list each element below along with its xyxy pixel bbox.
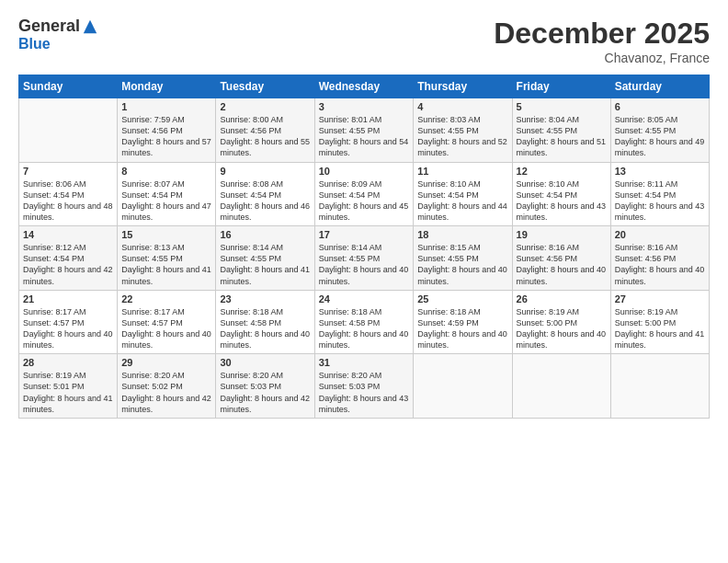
page: General Blue December 2025 Chavanoz, Fra… [0, 0, 728, 563]
day-info: Sunrise: 8:17 AMSunset: 4:57 PMDaylight:… [23, 306, 113, 351]
day-info: Sunrise: 8:09 AMSunset: 4:54 PMDaylight:… [319, 178, 410, 224]
day-number: 5 [517, 101, 607, 112]
day-info: Sunrise: 8:18 AMSunset: 4:58 PMDaylight:… [220, 306, 310, 351]
day-info: Sunrise: 8:16 AMSunset: 4:56 PMDaylight:… [615, 242, 705, 287]
table-row: 28Sunrise: 8:19 AMSunset: 5:01 PMDayligh… [19, 354, 118, 419]
day-info: Sunrise: 8:18 AMSunset: 4:59 PMDaylight:… [417, 306, 507, 351]
table-row: 8Sunrise: 8:07 AMSunset: 4:54 PMDaylight… [118, 162, 216, 226]
day-number: 11 [417, 166, 507, 177]
day-info: Sunrise: 8:06 AMSunset: 4:54 PMDaylight:… [23, 178, 113, 224]
col-saturday: Saturday [610, 75, 709, 98]
table-row: 24Sunrise: 8:18 AMSunset: 4:58 PMDayligh… [314, 290, 414, 354]
table-row: 3Sunrise: 8:01 AMSunset: 4:55 PMDaylight… [314, 98, 414, 163]
day-number: 9 [220, 166, 310, 177]
table-row [512, 354, 610, 419]
day-number: 23 [220, 293, 310, 304]
header: General Blue December 2025 Chavanoz, Fra… [18, 17, 710, 65]
logo: General Blue [18, 17, 98, 52]
calendar-week-row: 7Sunrise: 8:06 AMSunset: 4:54 PMDaylight… [19, 162, 710, 226]
location-text: Chavanoz, France [494, 51, 710, 65]
day-info: Sunrise: 8:20 AMSunset: 5:03 PMDaylight:… [220, 370, 310, 415]
day-info: Sunrise: 8:15 AMSunset: 4:55 PMDaylight:… [417, 242, 507, 287]
table-row: 31Sunrise: 8:20 AMSunset: 5:03 PMDayligh… [314, 354, 414, 419]
table-row: 9Sunrise: 8:08 AMSunset: 4:54 PMDaylight… [216, 162, 314, 226]
table-row: 4Sunrise: 8:03 AMSunset: 4:55 PMDaylight… [414, 98, 512, 163]
table-row: 1Sunrise: 7:59 AMSunset: 4:56 PMDaylight… [118, 98, 216, 163]
table-row: 19Sunrise: 8:16 AMSunset: 4:56 PMDayligh… [512, 226, 610, 291]
day-number: 29 [121, 357, 211, 368]
table-row: 23Sunrise: 8:18 AMSunset: 4:58 PMDayligh… [216, 290, 314, 354]
calendar-week-row: 1Sunrise: 7:59 AMSunset: 4:56 PMDaylight… [19, 98, 710, 163]
table-row: 12Sunrise: 8:10 AMSunset: 4:54 PMDayligh… [512, 162, 610, 226]
month-title: December 2025 [494, 17, 710, 51]
day-number: 17 [319, 229, 410, 240]
day-info: Sunrise: 8:13 AMSunset: 4:55 PMDaylight:… [121, 242, 211, 287]
title-block: December 2025 Chavanoz, France [494, 17, 710, 65]
day-info: Sunrise: 8:19 AMSunset: 5:00 PMDaylight:… [517, 306, 607, 351]
day-number: 12 [517, 166, 607, 177]
day-number: 20 [615, 229, 705, 240]
table-row: 13Sunrise: 8:11 AMSunset: 4:54 PMDayligh… [610, 162, 709, 226]
day-number: 16 [220, 229, 310, 240]
day-info: Sunrise: 8:11 AMSunset: 4:54 PMDaylight:… [615, 178, 705, 224]
day-number: 8 [121, 166, 211, 177]
day-number: 18 [417, 229, 507, 240]
col-wednesday: Wednesday [314, 75, 414, 98]
day-number: 7 [23, 166, 113, 177]
table-row: 26Sunrise: 8:19 AMSunset: 5:00 PMDayligh… [512, 290, 610, 354]
day-info: Sunrise: 7:59 AMSunset: 4:56 PMDaylight:… [121, 114, 211, 159]
col-sunday: Sunday [19, 75, 118, 98]
col-thursday: Thursday [414, 75, 512, 98]
day-number: 30 [220, 357, 310, 368]
calendar-week-row: 14Sunrise: 8:12 AMSunset: 4:54 PMDayligh… [19, 226, 710, 291]
day-number: 2 [220, 101, 310, 112]
day-info: Sunrise: 8:17 AMSunset: 4:57 PMDaylight:… [121, 306, 211, 351]
col-tuesday: Tuesday [216, 75, 314, 98]
day-info: Sunrise: 8:07 AMSunset: 4:54 PMDaylight:… [121, 178, 211, 224]
calendar-table: Sunday Monday Tuesday Wednesday Thursday… [18, 75, 710, 419]
table-row: 10Sunrise: 8:09 AMSunset: 4:54 PMDayligh… [314, 162, 414, 226]
day-info: Sunrise: 8:05 AMSunset: 4:55 PMDaylight:… [615, 114, 705, 159]
table-row: 7Sunrise: 8:06 AMSunset: 4:54 PMDaylight… [19, 162, 118, 226]
table-row: 5Sunrise: 8:04 AMSunset: 4:55 PMDaylight… [512, 98, 610, 163]
table-row: 21Sunrise: 8:17 AMSunset: 4:57 PMDayligh… [19, 290, 118, 354]
table-row: 29Sunrise: 8:20 AMSunset: 5:02 PMDayligh… [118, 354, 216, 419]
calendar-week-row: 21Sunrise: 8:17 AMSunset: 4:57 PMDayligh… [19, 290, 710, 354]
table-row: 6Sunrise: 8:05 AMSunset: 4:55 PMDaylight… [610, 98, 709, 163]
day-info: Sunrise: 8:18 AMSunset: 4:58 PMDaylight:… [319, 306, 410, 351]
day-number: 3 [319, 101, 410, 112]
table-row: 25Sunrise: 8:18 AMSunset: 4:59 PMDayligh… [414, 290, 512, 354]
logo-triangle-icon [82, 18, 98, 35]
day-number: 15 [121, 229, 211, 240]
day-info: Sunrise: 8:10 AMSunset: 4:54 PMDaylight:… [417, 178, 507, 224]
logo-blue-text: Blue [18, 36, 51, 52]
table-row: 2Sunrise: 8:00 AMSunset: 4:56 PMDaylight… [216, 98, 314, 163]
day-info: Sunrise: 8:14 AMSunset: 4:55 PMDaylight:… [220, 242, 310, 287]
day-info: Sunrise: 8:01 AMSunset: 4:55 PMDaylight:… [319, 114, 410, 159]
logo-general-text: General [18, 17, 80, 36]
table-row: 14Sunrise: 8:12 AMSunset: 4:54 PMDayligh… [19, 226, 118, 291]
day-number: 22 [121, 293, 211, 304]
calendar-week-row: 28Sunrise: 8:19 AMSunset: 5:01 PMDayligh… [19, 354, 710, 419]
table-row [19, 98, 118, 163]
table-row: 20Sunrise: 8:16 AMSunset: 4:56 PMDayligh… [610, 226, 709, 291]
day-number: 24 [319, 293, 410, 304]
day-number: 27 [615, 293, 705, 304]
day-number: 31 [319, 357, 410, 368]
day-number: 26 [517, 293, 607, 304]
calendar-header-row: Sunday Monday Tuesday Wednesday Thursday… [19, 75, 710, 98]
day-info: Sunrise: 8:08 AMSunset: 4:54 PMDaylight:… [220, 178, 310, 224]
day-info: Sunrise: 8:04 AMSunset: 4:55 PMDaylight:… [517, 114, 607, 159]
day-info: Sunrise: 8:03 AMSunset: 4:55 PMDaylight:… [417, 114, 507, 159]
day-number: 1 [121, 101, 211, 112]
day-number: 19 [517, 229, 607, 240]
day-number: 28 [23, 357, 113, 368]
day-info: Sunrise: 8:12 AMSunset: 4:54 PMDaylight:… [23, 242, 113, 287]
col-friday: Friday [512, 75, 610, 98]
table-row [414, 354, 512, 419]
day-info: Sunrise: 8:19 AMSunset: 5:01 PMDaylight:… [23, 370, 113, 415]
day-info: Sunrise: 8:20 AMSunset: 5:03 PMDaylight:… [319, 370, 410, 415]
table-row: 15Sunrise: 8:13 AMSunset: 4:55 PMDayligh… [118, 226, 216, 291]
table-row: 16Sunrise: 8:14 AMSunset: 4:55 PMDayligh… [216, 226, 314, 291]
day-info: Sunrise: 8:14 AMSunset: 4:55 PMDaylight:… [319, 242, 410, 287]
